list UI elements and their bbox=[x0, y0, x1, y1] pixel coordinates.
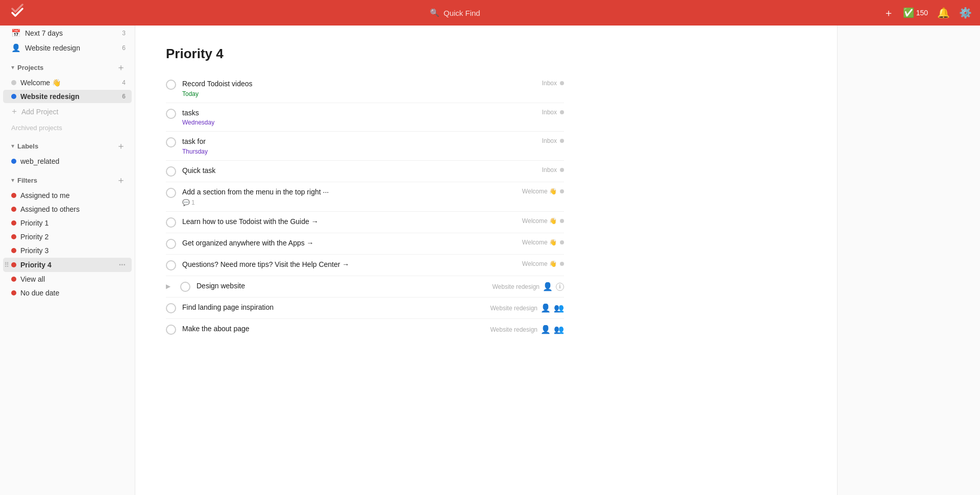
sidebar-item-view-all[interactable]: View all bbox=[3, 273, 132, 286]
task-body: Add a section from the menu in the top r… bbox=[182, 187, 516, 207]
no-due-date-dot bbox=[11, 290, 16, 295]
next7days-count: 3 bbox=[122, 30, 126, 37]
sidebar-item-priority2[interactable]: Priority 2 bbox=[3, 230, 132, 243]
task-meta: Welcome 👋 bbox=[522, 188, 564, 195]
task-source-dot bbox=[560, 240, 564, 244]
task-checkbox[interactable] bbox=[166, 325, 176, 335]
sidebar-item-priority4[interactable]: ⠿ Priority 4 ··· bbox=[3, 258, 132, 272]
comment-icon: 💬 bbox=[182, 199, 190, 206]
labels-section-header[interactable]: ▾ Labels ＋ bbox=[3, 136, 132, 154]
task-checkbox[interactable] bbox=[166, 217, 176, 228]
task-list: Record Todoist videos Today Inbox tasks … bbox=[166, 74, 564, 340]
sidebar-item-assigned-to-me[interactable]: Assigned to me bbox=[3, 189, 132, 202]
labels-section-title: Labels bbox=[17, 142, 113, 150]
task-item: Find landing page inspiration Website re… bbox=[166, 298, 564, 319]
task-body: Get organized anywhere with the Apps → bbox=[182, 238, 516, 249]
task-meta: Welcome 👋 bbox=[522, 217, 564, 225]
filters-chevron-icon: ▾ bbox=[11, 177, 14, 184]
task-checkbox[interactable] bbox=[166, 109, 176, 119]
search-bar[interactable]: 🔍 Quick Find bbox=[27, 8, 884, 17]
labels-add-icon[interactable]: ＋ bbox=[116, 140, 126, 152]
add-person-icon[interactable]: 👥 bbox=[554, 325, 564, 334]
web-related-dot bbox=[11, 159, 16, 164]
priority2-label: Priority 2 bbox=[20, 233, 48, 241]
web-related-label: web_related bbox=[20, 157, 59, 165]
projects-section-header[interactable]: ▾ Projects ＋ bbox=[3, 57, 132, 76]
person-icon: 👤 bbox=[11, 43, 21, 53]
priority3-label: Priority 3 bbox=[20, 246, 48, 255]
task-checkbox[interactable] bbox=[166, 260, 176, 270]
task-source-dot bbox=[560, 81, 564, 85]
karma-counter[interactable]: ✅ 150 bbox=[903, 7, 928, 18]
content-area: Priority 4 Record Todoist videos Today I… bbox=[135, 26, 837, 495]
task-expand-icon[interactable]: ▶ bbox=[166, 283, 174, 291]
sidebar-item-assigned-to-others[interactable]: Assigned to others bbox=[3, 203, 132, 216]
task-item: Learn how to use Todoist with the Guide … bbox=[166, 212, 564, 233]
drag-handle-icon: ⠿ bbox=[4, 261, 9, 269]
filters-add-icon[interactable]: ＋ bbox=[116, 174, 126, 186]
priority4-more-icon[interactable]: ··· bbox=[119, 260, 126, 269]
sidebar-item-website-redesign-top[interactable]: 👤 Website redesign 6 bbox=[3, 41, 132, 55]
notification-icon[interactable]: 🔔 bbox=[937, 7, 950, 19]
view-all-dot bbox=[11, 277, 16, 282]
task-source: Website redesign bbox=[491, 305, 538, 312]
task-meta: Website redesign 👤 ℹ bbox=[493, 282, 565, 291]
add-project-label: Add Project bbox=[21, 108, 58, 116]
task-source-dot bbox=[560, 110, 564, 114]
task-body: Learn how to use Todoist with the Guide … bbox=[182, 217, 516, 227]
task-source: Website redesign bbox=[493, 283, 540, 290]
sidebar-item-welcome[interactable]: Welcome 👋 4 bbox=[3, 76, 132, 89]
task-checkbox[interactable] bbox=[180, 282, 190, 292]
add-icon[interactable]: ＋ bbox=[884, 6, 894, 20]
website-redesign-dot bbox=[11, 94, 16, 99]
task-checkbox[interactable] bbox=[166, 239, 176, 249]
sidebar-item-next7days[interactable]: 📅 Next 7 days 3 bbox=[3, 26, 132, 40]
task-body: Record Todoist videos Today bbox=[182, 79, 536, 97]
task-checkbox[interactable] bbox=[166, 303, 176, 313]
filters-section-header[interactable]: ▾ Filters ＋ bbox=[3, 170, 132, 188]
task-checkbox[interactable] bbox=[166, 188, 176, 198]
priority1-dot bbox=[11, 220, 16, 226]
info-icon[interactable]: ℹ bbox=[556, 283, 564, 291]
sidebar-item-web-related[interactable]: web_related bbox=[3, 155, 132, 168]
main-layout: 📅 Next 7 days 3 👤 Website redesign 6 ▾ P… bbox=[0, 26, 980, 495]
task-name: Add a section from the menu in the top r… bbox=[182, 187, 516, 197]
task-checkbox[interactable] bbox=[166, 166, 176, 177]
sidebar-item-website-redesign[interactable]: Website redesign 6 bbox=[3, 90, 132, 103]
sidebar-item-priority3[interactable]: Priority 3 bbox=[3, 244, 132, 257]
sidebar-item-priority1[interactable]: Priority 1 bbox=[3, 216, 132, 230]
task-source-dot bbox=[560, 262, 564, 266]
task-checkbox[interactable] bbox=[166, 80, 176, 90]
task-meta: Inbox bbox=[542, 80, 564, 87]
projects-chevron-icon: ▾ bbox=[11, 64, 14, 71]
task-name: Make the about page bbox=[182, 324, 484, 334]
sidebar: 📅 Next 7 days 3 👤 Website redesign 6 ▾ P… bbox=[0, 26, 135, 495]
task-name: tasks bbox=[182, 108, 536, 118]
karma-count: 150 bbox=[916, 9, 928, 17]
task-item: ▶ Design website Website redesign 👤 ℹ bbox=[166, 276, 564, 298]
priority2-dot bbox=[11, 234, 16, 239]
logo[interactable] bbox=[8, 4, 27, 22]
sidebar-item-no-due-date[interactable]: No due date bbox=[3, 286, 132, 300]
task-body: tasks Wednesday bbox=[182, 108, 536, 127]
add-project-button[interactable]: ＋ Add Project bbox=[3, 104, 132, 119]
task-meta: Website redesign 👤 👥 bbox=[491, 303, 565, 313]
task-body: Questions? Need more tips? Visit the Hel… bbox=[182, 260, 516, 270]
projects-add-icon[interactable]: ＋ bbox=[116, 61, 126, 73]
task-checkbox[interactable] bbox=[166, 137, 176, 147]
person-icon: 👤 bbox=[541, 325, 551, 334]
task-source: Welcome 👋 bbox=[522, 260, 557, 267]
website-redesign-label: Website redesign bbox=[20, 92, 80, 101]
archived-projects-link[interactable]: Archived projects bbox=[3, 120, 132, 134]
projects-section-title: Projects bbox=[17, 64, 113, 71]
page-title: Priority 4 bbox=[166, 46, 564, 62]
assigned-me-dot bbox=[11, 193, 16, 198]
task-source: Welcome 👋 bbox=[522, 188, 557, 195]
task-source-dot bbox=[560, 139, 564, 143]
priority3-dot bbox=[11, 248, 16, 253]
task-item: Make the about page Website redesign 👤 👥 bbox=[166, 319, 564, 340]
settings-icon[interactable]: ⚙️ bbox=[959, 7, 972, 19]
task-body: Quick task bbox=[182, 166, 536, 176]
add-person-icon[interactable]: 👥 bbox=[554, 303, 564, 313]
search-label: Quick Find bbox=[444, 9, 480, 17]
